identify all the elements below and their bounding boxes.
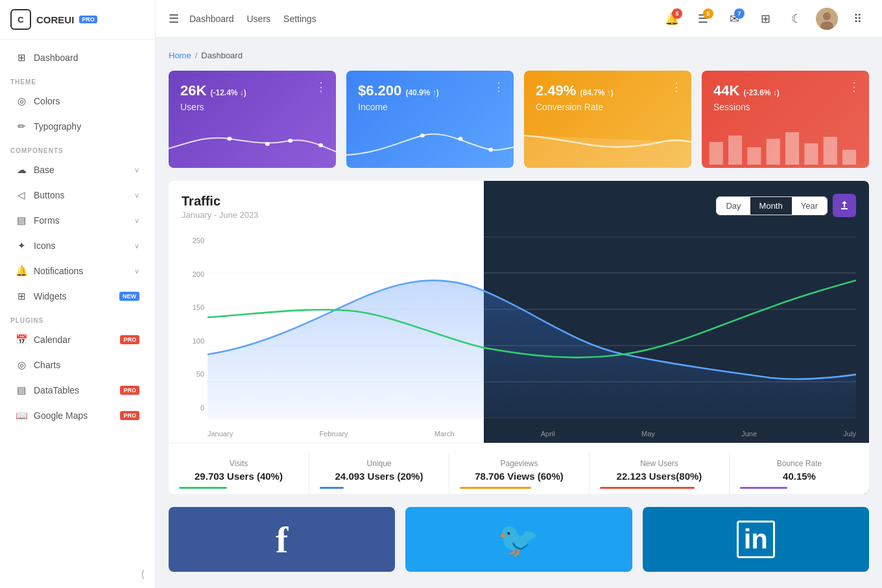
- apps-btn[interactable]: ⠿: [846, 7, 869, 30]
- traffic-subtitle: January - June 2023: [182, 210, 259, 220]
- stat-conversion-chart: [524, 123, 691, 168]
- stat-sessions-menu[interactable]: ⋮: [848, 80, 860, 94]
- linkedin-icon: in: [737, 521, 775, 558]
- translate-btn[interactable]: ⊞: [754, 7, 777, 30]
- messages-btn[interactable]: ✉ 7: [722, 7, 746, 30]
- menu-toggle-icon[interactable]: ☰: [169, 12, 179, 26]
- sidebar-item-datatables[interactable]: ▤ DataTables PRO: [5, 378, 150, 403]
- sidebar-item-googlemaps[interactable]: 📖 Google Maps PRO: [5, 403, 150, 428]
- view-day-btn[interactable]: Day: [717, 197, 750, 215]
- nav-users[interactable]: Users: [247, 14, 271, 24]
- svg-rect-10: [709, 142, 723, 165]
- sidebar-section-plugins: PLUGINS: [0, 309, 155, 327]
- breadcrumb-current: Dashboard: [201, 51, 243, 60]
- social-card-linkedin[interactable]: in: [643, 507, 869, 572]
- sidebar-widgets-label: Widgets: [34, 291, 67, 301]
- sidebar-item-forms[interactable]: ▤ Forms ∨: [5, 208, 150, 233]
- buttons-icon: ◁: [16, 189, 27, 201]
- sidebar-item-colors[interactable]: ◎ Colors: [5, 89, 150, 113]
- nav-dashboard[interactable]: Dashboard: [189, 14, 234, 24]
- svg-rect-13: [767, 139, 780, 165]
- sidebar-buttons-label: Buttons: [34, 190, 64, 200]
- pageviews-bar: [460, 487, 531, 489]
- y-label-150: 150: [182, 303, 204, 311]
- bouncerate-value: 40.15%: [740, 471, 859, 482]
- user-avatar[interactable]: [816, 8, 838, 30]
- svg-point-5: [288, 139, 292, 143]
- svg-point-3: [227, 137, 232, 141]
- upload-btn[interactable]: [833, 194, 856, 217]
- svg-point-6: [318, 143, 323, 147]
- sidebar-notifications-label: Notifications: [34, 266, 83, 276]
- svg-rect-14: [785, 132, 799, 165]
- view-year-btn[interactable]: Year: [792, 197, 827, 215]
- notifications-icon: 🔔: [16, 265, 27, 277]
- social-card-twitter[interactable]: 🐦: [405, 507, 632, 572]
- stat-conversion-menu[interactable]: ⋮: [671, 80, 682, 94]
- svg-point-9: [488, 148, 493, 152]
- tasks-btn[interactable]: ☰ 5: [691, 7, 715, 30]
- stat-sessions-value: 44K (-23.6% ↓): [713, 82, 780, 99]
- breadcrumb: Home / Dashboard: [169, 51, 869, 60]
- stat-card-income: $6.200 (40.9% ↑) Income ⋮: [346, 71, 514, 168]
- x-label-mar: March: [435, 430, 455, 438]
- chart-stat-pageviews: Pageviews 78.706 Views (60%): [449, 454, 589, 494]
- sidebar-dashboard-label: Dashboard: [34, 53, 78, 63]
- svg-rect-17: [842, 150, 856, 165]
- y-label-0: 0: [182, 404, 204, 412]
- chart-stats: Visits 29.703 Users (40%) Unique 24.093 …: [169, 443, 869, 494]
- stat-conversion-change: (84.7% ↑): [580, 88, 614, 97]
- sidebar-item-charts[interactable]: ◎ Charts: [5, 353, 150, 377]
- sidebar-icons-label: Icons: [34, 241, 55, 251]
- sidebar-item-typography[interactable]: ✏ Typography: [5, 114, 150, 139]
- sidebar-item-calendar[interactable]: 📅 Calendar PRO: [5, 327, 150, 352]
- y-label-50: 50: [182, 370, 204, 378]
- breadcrumb-separator: /: [195, 51, 198, 60]
- sidebar-charts-label: Charts: [34, 360, 60, 370]
- theme-toggle-btn[interactable]: ☾: [785, 7, 808, 30]
- stat-users-chart: [169, 123, 336, 168]
- newusers-value: 22.123 Users(80%): [600, 471, 719, 482]
- sidebar-item-base[interactable]: ☁ Base ∨: [5, 158, 150, 182]
- visits-bar: [179, 487, 227, 489]
- sidebar-item-widgets[interactable]: ⊞ Widgets NEW: [5, 284, 150, 309]
- sidebar-item-buttons[interactable]: ◁ Buttons ∨: [5, 183, 150, 207]
- stat-sessions-chart: [702, 123, 869, 168]
- googlemaps-pro-badge: PRO: [120, 411, 139, 420]
- sidebar-colors-label: Colors: [34, 96, 60, 106]
- visits-label: Visits: [179, 459, 298, 468]
- stat-income-menu[interactable]: ⋮: [493, 80, 505, 94]
- header-nav: Dashboard Users Settings: [189, 14, 650, 24]
- nav-settings[interactable]: Settings: [283, 14, 316, 24]
- base-chevron: ∨: [134, 166, 139, 174]
- x-label-may: May: [641, 430, 655, 438]
- stat-users-menu[interactable]: ⋮: [315, 80, 327, 94]
- notifications-btn[interactable]: 🔔 5: [660, 7, 684, 30]
- datatables-icon: ▤: [16, 384, 27, 396]
- traffic-header: Traffic January - June 2023 Day Month Ye…: [182, 194, 856, 220]
- tasks-count: 5: [703, 8, 713, 19]
- sidebar-item-dashboard[interactable]: ⊞ Dashboard: [5, 45, 150, 70]
- view-month-btn[interactable]: Month: [750, 197, 792, 215]
- icons-chevron: ∨: [134, 242, 139, 250]
- notifications-count: 5: [672, 8, 682, 19]
- header: ☰ Dashboard Users Settings 🔔 5 ☰ 5 ✉ 7 ⊞: [156, 0, 882, 38]
- chart-stat-newusers: New Users 22.123 Users(80%): [589, 454, 729, 494]
- svg-rect-12: [747, 147, 761, 165]
- sidebar-collapse-btn[interactable]: ⟨: [141, 568, 145, 580]
- colors-icon: ◎: [16, 95, 27, 107]
- y-label-200: 200: [182, 270, 204, 278]
- stat-income-label: Income: [358, 102, 439, 112]
- sidebar-calendar-label: Calendar: [34, 335, 71, 345]
- forms-icon: ▤: [16, 215, 27, 226]
- logo-icon: C: [10, 9, 31, 30]
- facebook-icon: f: [276, 518, 288, 561]
- sidebar-item-notifications[interactable]: 🔔 Notifications ∨: [5, 259, 150, 283]
- breadcrumb-home[interactable]: Home: [169, 51, 191, 60]
- social-card-facebook[interactable]: f: [169, 507, 395, 572]
- unique-value: 24.093 Users (20%): [320, 471, 438, 482]
- sidebar-item-icons[interactable]: ✦ Icons ∨: [5, 233, 150, 258]
- stat-sessions-label: Sessions: [713, 102, 780, 112]
- svg-point-7: [420, 134, 425, 137]
- stat-users-label: Users: [180, 102, 246, 112]
